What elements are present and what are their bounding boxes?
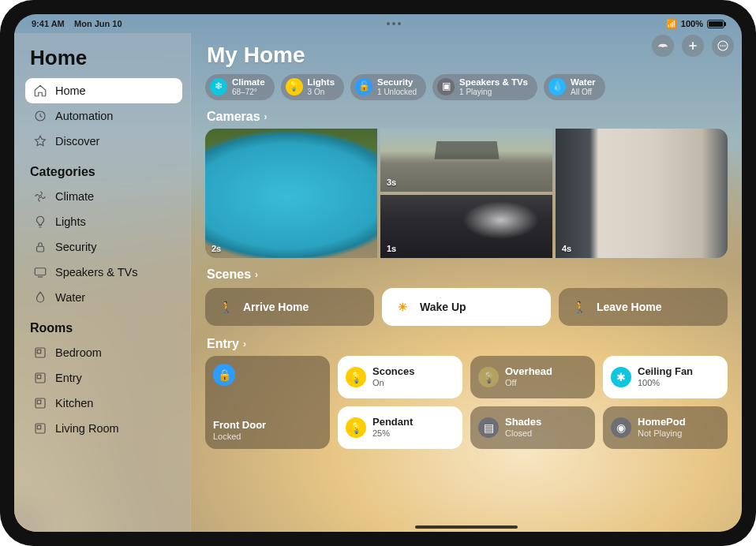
add-button[interactable]: [682, 35, 704, 57]
tile-sconces[interactable]: 💡 Sconces On: [338, 356, 462, 398]
scene-wake-up[interactable]: ☀︎ Wake Up: [382, 288, 551, 326]
tile-name: Pendant: [372, 417, 413, 428]
home-indicator[interactable]: [415, 525, 518, 529]
svg-rect-9: [37, 400, 41, 404]
tile-front-door[interactable]: 🔒 Front Door Locked: [205, 356, 330, 449]
camera-thumbnail: [556, 129, 728, 258]
room-icon: [33, 421, 47, 436]
svg-point-14: [722, 45, 724, 47]
svg-rect-2: [37, 246, 44, 252]
clock-icon: [33, 109, 47, 123]
tile-status: 100%: [638, 378, 693, 387]
tile-name: Shades: [505, 417, 541, 428]
tile-name: Sconces: [372, 366, 414, 378]
tile-homepod[interactable]: ◉ HomePod Not Playing: [603, 406, 728, 449]
section-label: Entry: [207, 337, 239, 351]
pill-status: All Off: [571, 88, 596, 97]
cameras-header[interactable]: Cameras ›: [207, 110, 728, 124]
svg-rect-11: [37, 425, 41, 429]
house-icon: [33, 84, 47, 98]
chevron-right-icon: ›: [264, 111, 268, 122]
tile-pendant[interactable]: 💡 Pendant 25%: [338, 406, 462, 449]
sidebar-item-label: Entry: [55, 372, 82, 384]
sidebar-item-label: Lights: [55, 215, 86, 228]
tile-name: Overhead: [505, 366, 552, 378]
camera-timestamp: 4s: [562, 244, 571, 253]
screen: 9:41 AM Mon Jun 10 100% Home: [14, 14, 742, 532]
pill-security[interactable]: 🔓 Security 1 Unlocked: [350, 74, 426, 100]
scenes-row: 🚶 Arrive Home ☀︎ Wake Up 🚶 Leave Home: [205, 288, 728, 326]
sidebar-item-label: Discover: [55, 135, 99, 148]
svg-rect-3: [35, 268, 46, 275]
pill-climate[interactable]: ❄︎ Climate 68–72°: [205, 74, 275, 100]
scene-label: Wake Up: [420, 301, 466, 313]
scene-leave-home[interactable]: 🚶 Leave Home: [559, 288, 728, 326]
tv-icon: [33, 265, 47, 279]
status-date: Mon Jun 10: [74, 19, 122, 28]
camera-living-room[interactable]: 4s: [556, 129, 728, 258]
bulb-icon: 💡: [346, 367, 366, 387]
entry-header[interactable]: Entry ›: [207, 337, 728, 351]
tile-ceiling-fan[interactable]: ✱ Ceiling Fan 100%: [603, 356, 728, 398]
status-bar: 9:41 AM Mon Jun 10 100%: [14, 14, 742, 33]
tile-name: Ceiling Fan: [638, 366, 693, 378]
tile-overhead[interactable]: 💡 Overhead Off: [470, 356, 595, 398]
multitask-dots[interactable]: [387, 22, 401, 25]
sidebar-room-bedroom[interactable]: Bedroom: [25, 340, 182, 365]
tile-status: 25%: [372, 428, 413, 438]
pill-water[interactable]: 💧 Water All Off: [544, 74, 605, 100]
pill-name: Water: [571, 77, 596, 88]
camera-bedroom[interactable]: 1s: [380, 195, 552, 258]
scene-arrive-home[interactable]: 🚶 Arrive Home: [205, 288, 374, 326]
main-content: My Home ❄︎ Climate 68–72° 💡 Lights 3 On …: [191, 33, 742, 532]
sidebar-room-living-room[interactable]: Living Room: [25, 416, 182, 441]
more-button[interactable]: [712, 35, 734, 57]
camera-thumbnail: [205, 129, 377, 258]
pill-name: Speakers & TVs: [459, 77, 528, 88]
pill-name: Climate: [232, 77, 265, 88]
tile-shades[interactable]: ▤ Shades Closed: [470, 406, 595, 449]
sidebar-item-label: Security: [55, 241, 96, 253]
categories-header: Categories: [30, 165, 178, 179]
sidebar-item-home[interactable]: Home: [25, 78, 182, 103]
sunrise-icon: ☀︎: [393, 297, 412, 316]
room-icon: [33, 346, 47, 360]
pill-name: Security: [377, 77, 417, 88]
sidebar-item-discover[interactable]: Discover: [25, 129, 182, 154]
pill-status: 68–72°: [232, 88, 265, 97]
camera-timestamp: 1s: [387, 244, 396, 253]
camera-driveway[interactable]: 3s: [380, 129, 552, 192]
tile-status: Off: [505, 378, 552, 387]
sidebar-item-label: Kitchen: [55, 397, 93, 410]
sidebar-item-label: Speakers & TVs: [55, 266, 138, 279]
battery-percent: 100%: [681, 19, 703, 28]
bulb-icon: 💡: [346, 417, 366, 438]
sidebar-cat-speakers-tvs[interactable]: Speakers & TVs: [25, 260, 182, 285]
camera-pool[interactable]: 2s: [205, 129, 377, 258]
sidebar-item-label: Bedroom: [55, 346, 102, 359]
sidebar-cat-climate[interactable]: Climate: [25, 184, 182, 209]
sidebar-room-entry[interactable]: Entry: [25, 365, 182, 391]
sidebar-item-automation[interactable]: Automation: [25, 103, 182, 129]
sidebar-room-kitchen[interactable]: Kitchen: [25, 391, 182, 416]
svg-rect-5: [37, 350, 41, 353]
tv-icon: ▣: [437, 78, 455, 95]
sidebar-item-label: Living Room: [55, 422, 119, 435]
pill-lights[interactable]: 💡 Lights 3 On: [281, 74, 345, 100]
camera-timestamp: 2s: [211, 244, 221, 253]
pill-speakers-tvs[interactable]: ▣ Speakers & TVs 1 Playing: [432, 74, 537, 100]
room-icon: [33, 371, 47, 385]
intercom-button[interactable]: [652, 35, 674, 57]
scene-label: Arrive Home: [243, 301, 309, 313]
sidebar-cat-water[interactable]: Water: [25, 285, 182, 310]
svg-point-1: [39, 196, 42, 198]
lock-icon: 🔒: [213, 364, 235, 386]
camera-thumbnail: [380, 129, 552, 192]
sidebar-cat-security[interactable]: Security: [25, 234, 182, 260]
svg-rect-7: [37, 375, 41, 379]
fan-icon: [33, 189, 47, 204]
sidebar-cat-lights[interactable]: Lights: [25, 209, 182, 234]
rooms-header: Rooms: [30, 321, 178, 335]
walk-icon: 🚶: [570, 297, 589, 316]
scenes-header[interactable]: Scenes ›: [207, 267, 728, 282]
